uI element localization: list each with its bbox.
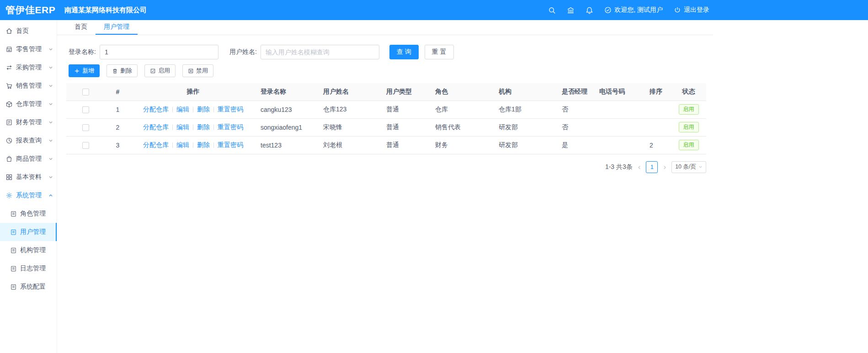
sidebar-subitem-users[interactable]: 用户管理 (0, 223, 57, 241)
next-page-icon[interactable]: › (662, 163, 667, 171)
chevron-down-icon (48, 157, 53, 161)
delete-button[interactable]: 删除 (107, 64, 138, 77)
reset-password-link[interactable]: 重置密码 (218, 141, 243, 148)
query-button[interactable]: 查 询 (389, 45, 419, 59)
sidebar-item-label: 零售管理 (16, 45, 42, 53)
sidebar-item-label: 用户管理 (20, 228, 46, 236)
search-form: 登录名称: 用户姓名: 查 询 重 置 (57, 35, 713, 59)
disable-button[interactable]: 禁用 (182, 64, 213, 77)
sidebar-item-label: 机构管理 (20, 246, 46, 254)
reset-password-link[interactable]: 重置密码 (218, 123, 243, 131)
sidebar-item-home[interactable]: 首页 (0, 22, 57, 40)
delete-link[interactable]: 删除 (197, 105, 210, 113)
divider (193, 107, 193, 112)
topbar: 管伊佳ERP 南通某某网络科技有限公司 欢迎您, 测试用户 (0, 0, 868, 20)
sidebar-subitem-logs[interactable]: 日志管理 (0, 259, 57, 278)
col-user-type: 用户类型 (382, 83, 431, 100)
edit-link[interactable]: 编辑 (176, 123, 189, 131)
sidebar-item-label: 日志管理 (20, 264, 46, 273)
cell-role: 销售代表 (431, 118, 494, 136)
row-checkbox[interactable] (82, 106, 89, 113)
sidebar-subitem-roles[interactable]: 角色管理 (0, 205, 57, 223)
sidebar-item-finance[interactable]: 财务管理 (0, 113, 57, 132)
prev-page-icon[interactable]: ‹ (637, 163, 642, 171)
sidebar-item-label: 角色管理 (20, 210, 46, 218)
welcome-user[interactable]: 欢迎您, 测试用户 (604, 6, 663, 14)
purchase-icon (5, 64, 13, 71)
enable-button[interactable]: 启用 (144, 64, 176, 77)
user-name-label: 用户姓名: (229, 48, 257, 56)
cell-login-name: songxiaofeng1 (256, 118, 319, 136)
sidebar-subitem-orgs[interactable]: 机构管理 (0, 241, 57, 259)
cell-index: 2 (105, 118, 130, 136)
bell-icon[interactable] (586, 6, 593, 14)
assign-warehouse-link[interactable]: 分配仓库 (143, 141, 169, 148)
sidebar-item-products[interactable]: 商品管理 (0, 150, 57, 168)
edit-link[interactable]: 编辑 (176, 141, 189, 148)
check-square-icon (150, 68, 156, 74)
cell-org: 研发部 (494, 118, 557, 136)
col-role: 角色 (431, 83, 494, 100)
status-badge: 启用 (679, 140, 699, 150)
delete-link[interactable]: 删除 (197, 141, 210, 148)
user-name-input[interactable] (261, 45, 379, 59)
login-name-input[interactable] (100, 45, 218, 59)
chevron-down-icon (48, 102, 53, 106)
sidebar-item-system[interactable]: 系统管理 (0, 186, 57, 205)
home-icon (5, 27, 13, 35)
sidebar-subitem-config[interactable]: 系统配置 (0, 278, 57, 296)
col-status: 状态 (671, 83, 706, 100)
delete-link[interactable]: 删除 (197, 123, 210, 131)
role-management-icon (10, 211, 17, 217)
logout-button[interactable]: 退出登录 (674, 6, 709, 14)
tab-home[interactable]: 首页 (66, 20, 96, 35)
main-content: 首页 用户管理 登录名称: 用户姓名: 查 询 重 置 新增 删除 (57, 20, 868, 353)
product-bag-icon (5, 155, 13, 163)
reset-password-link[interactable]: 重置密码 (218, 105, 243, 113)
row-checkbox[interactable] (82, 142, 89, 149)
user-management-icon (10, 229, 17, 236)
sidebar-item-reports[interactable]: 报表查询 (0, 132, 57, 150)
cell-user-name: 宋晓锋 (319, 118, 382, 136)
select-all-checkbox[interactable] (82, 89, 89, 95)
cell-actions: 分配仓库编辑删除重置密码 (130, 136, 256, 154)
sidebar-item-label: 基本资料 (16, 173, 42, 181)
logout-icon (674, 6, 681, 14)
cell-phone (595, 100, 645, 118)
sidebar-item-label: 报表查询 (16, 137, 42, 145)
sidebar-item-sales[interactable]: 销售管理 (0, 77, 57, 95)
page-size-select[interactable]: 10 条/页 (671, 161, 706, 173)
reset-button[interactable]: 重 置 (425, 45, 454, 59)
toolbar: 新增 删除 启用 禁用 (57, 59, 713, 77)
edit-link[interactable]: 编辑 (176, 105, 189, 113)
divider (193, 142, 193, 148)
cell-org: 研发部 (494, 136, 557, 154)
divider (172, 107, 173, 112)
home-portal-icon[interactable] (567, 6, 575, 14)
assign-warehouse-link[interactable]: 分配仓库 (143, 105, 169, 113)
sidebar-item-basic-data[interactable]: 基本资料 (0, 168, 57, 186)
row-checkbox[interactable] (82, 124, 89, 131)
sidebar-item-label: 销售管理 (16, 82, 42, 90)
user-circle-icon (604, 6, 612, 14)
disable-button-label: 禁用 (196, 67, 208, 75)
divider (193, 125, 193, 130)
sidebar-item-label: 系统配置 (20, 283, 46, 291)
page-size-label: 10 条/页 (675, 163, 696, 171)
assign-warehouse-link[interactable]: 分配仓库 (143, 123, 169, 131)
org-management-icon (10, 247, 17, 254)
login-name-label: 登录名称: (69, 48, 96, 56)
sidebar-item-retail[interactable]: 零售管理 (0, 40, 57, 58)
retail-icon (5, 46, 13, 53)
cell-login-name: test123 (256, 136, 319, 154)
pagination-total: 1-3 共3条 (605, 163, 633, 171)
plus-icon (74, 68, 80, 74)
tab-user-management[interactable]: 用户管理 (96, 20, 138, 35)
page-number[interactable]: 1 (646, 161, 658, 173)
warehouse-box-icon (5, 100, 13, 108)
search-icon[interactable] (548, 6, 556, 14)
add-button[interactable]: 新增 (69, 64, 100, 77)
sidebar-item-purchase[interactable]: 采购管理 (0, 58, 57, 77)
grid-icon (5, 174, 13, 181)
sidebar-item-warehouse[interactable]: 仓库管理 (0, 95, 57, 113)
